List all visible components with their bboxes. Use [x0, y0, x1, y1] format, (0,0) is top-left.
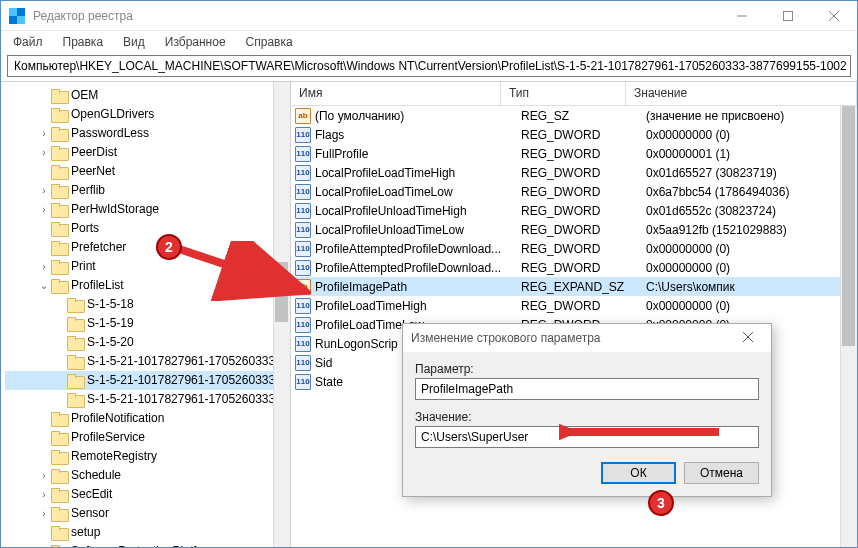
tree-item[interactable]: S-1-5-21-1017827961-1705260333- — [5, 390, 290, 409]
folder-icon — [51, 279, 67, 292]
tree-item[interactable]: OEM — [5, 86, 290, 105]
tree-item[interactable]: Ports — [5, 219, 290, 238]
dialog-close-button[interactable] — [733, 331, 763, 345]
tree-item[interactable]: ›Sensor — [5, 504, 290, 523]
chevron-down-icon[interactable]: ⌄ — [37, 276, 51, 295]
folder-icon — [67, 393, 83, 406]
chevron-right-icon[interactable]: › — [37, 504, 51, 523]
tree-item[interactable]: S-1-5-19 — [5, 314, 290, 333]
list-row[interactable]: abProfileImagePathREG_EXPAND_SZC:\Users\… — [291, 277, 857, 296]
chevron-right-icon[interactable]: › — [37, 124, 51, 143]
tree-item-label: S-1-5-21-1017827961-1705260333- — [87, 371, 279, 390]
tree-item-label: PasswordLess — [71, 124, 149, 143]
col-name[interactable]: Имя — [291, 82, 501, 105]
menu-view[interactable]: Вид — [115, 33, 153, 51]
tree-item[interactable]: Prefetcher — [5, 238, 290, 257]
binary-value-icon: 110 — [295, 298, 311, 314]
list-row[interactable]: ab(По умолчанию)REG_SZ(значение не присв… — [291, 106, 857, 125]
list-row[interactable]: 110LocalProfileLoadTimeHighREG_DWORD0x01… — [291, 163, 857, 182]
value-type: REG_SZ — [521, 109, 646, 123]
value-name: LocalProfileLoadTimeLow — [315, 185, 521, 199]
list-scrollbar[interactable] — [840, 106, 857, 547]
ok-button[interactable]: ОК — [601, 462, 676, 484]
value-input[interactable] — [415, 426, 759, 448]
close-button[interactable] — [811, 1, 857, 31]
minimize-button[interactable] — [719, 1, 765, 31]
list-row[interactable]: 110FullProfileREG_DWORD0x00000001 (1) — [291, 144, 857, 163]
value-name: LocalProfileUnloadTimeLow — [315, 223, 521, 237]
tree-item[interactable]: RemoteRegistry — [5, 447, 290, 466]
chevron-right-icon[interactable]: › — [37, 485, 51, 504]
list-row[interactable]: 110ProfileAttemptedProfileDownload...REG… — [291, 239, 857, 258]
list-row[interactable]: 110LocalProfileUnloadTimeHighREG_DWORD0x… — [291, 201, 857, 220]
menubar: Файл Правка Вид Избранное Справка — [1, 31, 857, 53]
value-name: LocalProfileUnloadTimeHigh — [315, 204, 521, 218]
dialog-titlebar[interactable]: Изменение строкового параметра — [403, 324, 771, 352]
value-type: REG_DWORD — [521, 185, 646, 199]
tree-item[interactable]: ⌄ProfileList — [5, 276, 290, 295]
chevron-right-icon[interactable]: › — [37, 143, 51, 162]
tree-item[interactable]: S-1-5-18 — [5, 295, 290, 314]
menu-favorites[interactable]: Избранное — [157, 33, 234, 51]
tree-item[interactable]: ›Print — [5, 257, 290, 276]
tree-item[interactable]: ›PerHwIdStorage — [5, 200, 290, 219]
maximize-button[interactable] — [765, 1, 811, 31]
col-value[interactable]: Значение — [626, 82, 857, 105]
tree-item[interactable]: S-1-5-21-1017827961-1705260333- — [5, 352, 290, 371]
value-type: REG_DWORD — [521, 204, 646, 218]
value-name: (По умолчанию) — [315, 109, 521, 123]
value-data: 0x01d6552c (30823724) — [646, 204, 857, 218]
folder-icon — [51, 203, 67, 216]
tree-item[interactable]: PeerNet — [5, 162, 290, 181]
value-data: 0x00000000 (0) — [646, 261, 857, 275]
list-row[interactable]: 110ProfileLoadTimeHighREG_DWORD0x0000000… — [291, 296, 857, 315]
tree-item[interactable]: ›Schedule — [5, 466, 290, 485]
folder-icon — [51, 89, 67, 102]
menu-help[interactable]: Справка — [238, 33, 301, 51]
window-buttons — [719, 1, 857, 31]
tree-item[interactable]: ProfileNotification — [5, 409, 290, 428]
chevron-right-icon[interactable]: › — [37, 181, 51, 200]
tree-item[interactable]: ›Perflib — [5, 181, 290, 200]
menu-file[interactable]: Файл — [5, 33, 51, 51]
address-bar[interactable]: Компьютер\HKEY_LOCAL_MACHINE\SOFTWARE\Mi… — [7, 55, 851, 77]
tree-item-label: S-1-5-21-1017827961-1705260333- — [87, 352, 279, 371]
tree-item[interactable]: ›PasswordLess — [5, 124, 290, 143]
tree-item-label: S-1-5-20 — [87, 333, 134, 352]
binary-value-icon: 110 — [295, 260, 311, 276]
tree-scrollbar[interactable] — [273, 82, 290, 547]
binary-value-icon: 110 — [295, 165, 311, 181]
tree-item[interactable]: S-1-5-21-1017827961-1705260333- — [5, 371, 290, 390]
folder-icon — [51, 545, 67, 547]
list-row[interactable]: 110FlagsREG_DWORD0x00000000 (0) — [291, 125, 857, 144]
col-type[interactable]: Тип — [501, 82, 626, 105]
value-data: 0x00000000 (0) — [646, 128, 857, 142]
tree-item[interactable]: setup — [5, 523, 290, 542]
cancel-button[interactable]: Отмена — [684, 462, 759, 484]
list-row[interactable]: 110LocalProfileUnloadTimeLowREG_DWORD0x5… — [291, 220, 857, 239]
tree-item[interactable]: S-1-5-20 — [5, 333, 290, 352]
chevron-right-icon[interactable]: › — [37, 257, 51, 276]
folder-icon — [51, 241, 67, 254]
value-data: 0x01d65527 (30823719) — [646, 166, 857, 180]
chevron-right-icon[interactable]: › — [37, 466, 51, 485]
tree-item-label: SecEdit — [71, 485, 112, 504]
tree-pane[interactable]: OEMOpenGLDrivers›PasswordLess›PeerDistPe… — [1, 82, 291, 547]
tree-item[interactable]: ›PeerDist — [5, 143, 290, 162]
folder-icon — [51, 165, 67, 178]
list-row[interactable]: 110ProfileAttemptedProfileDownload...REG… — [291, 258, 857, 277]
tree-item-label: Print — [71, 257, 96, 276]
tree-item[interactable]: ProfileService — [5, 428, 290, 447]
tree-item-label: RemoteRegistry — [71, 447, 157, 466]
list-row[interactable]: 110LocalProfileLoadTimeLowREG_DWORD0x6a7… — [291, 182, 857, 201]
folder-icon — [67, 298, 83, 311]
chevron-right-icon[interactable]: › — [37, 542, 51, 547]
tree-item-label: Ports — [71, 219, 99, 238]
menu-edit[interactable]: Правка — [55, 33, 112, 51]
chevron-right-icon[interactable]: › — [37, 200, 51, 219]
annotation-badge-2: 2 — [156, 234, 182, 260]
string-value-icon: ab — [295, 279, 311, 295]
tree-item[interactable]: ›SecEdit — [5, 485, 290, 504]
tree-item[interactable]: OpenGLDrivers — [5, 105, 290, 124]
tree-item[interactable]: ›SoftwareProtectionPlatform — [5, 542, 290, 547]
